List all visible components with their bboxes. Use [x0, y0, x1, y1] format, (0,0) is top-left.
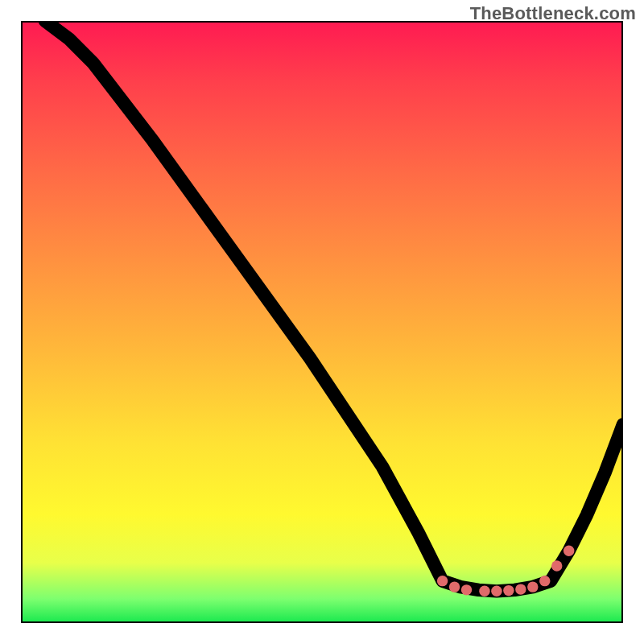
bottleneck-curve [45, 21, 623, 591]
highlight-dot [479, 586, 489, 597]
highlight-dot [551, 560, 562, 571]
highlight-dot [539, 576, 550, 586]
chart-frame: TheBottleneck.com [0, 0, 644, 644]
highlight-dot [527, 581, 538, 592]
highlight-dot [449, 581, 460, 592]
highlight-dot [491, 586, 502, 597]
highlight-dot [515, 584, 526, 594]
highlight-dot [503, 585, 514, 596]
highlight-dot [437, 576, 448, 586]
curve-svg [21, 21, 623, 623]
highlight-dot [461, 584, 472, 595]
chart-plot-area [21, 21, 623, 623]
highlight-dot [564, 546, 574, 556]
